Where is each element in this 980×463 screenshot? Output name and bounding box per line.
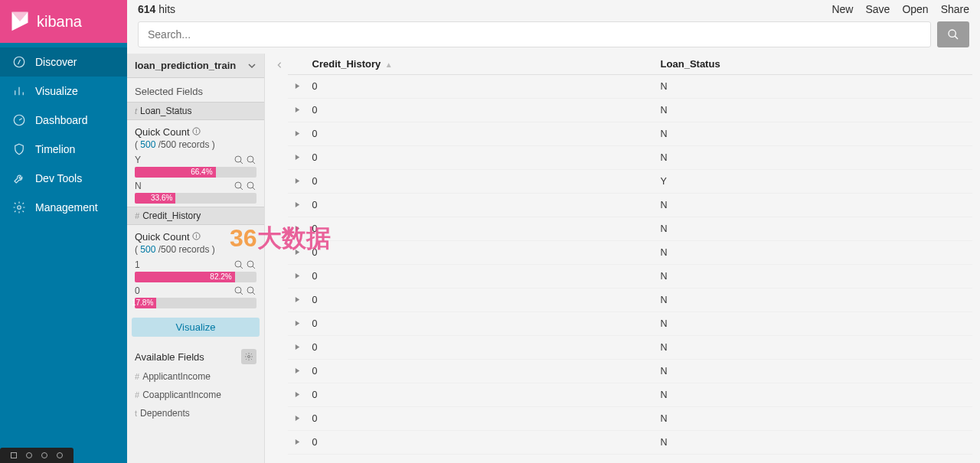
cell-credit-history: 0 bbox=[306, 217, 655, 241]
top-action-save[interactable]: Save bbox=[865, 3, 890, 15]
top-action-open[interactable]: Open bbox=[902, 3, 928, 15]
expand-row-button[interactable] bbox=[288, 383, 306, 407]
svg-marker-41 bbox=[295, 297, 299, 302]
available-field-coapplicantincome[interactable]: #CoapplicantIncome bbox=[127, 386, 264, 404]
top-action-share[interactable]: Share bbox=[941, 3, 969, 15]
nav-sidebar: kibana DiscoverVisualizeDashboardTimelio… bbox=[0, 0, 127, 463]
svg-line-14 bbox=[240, 161, 243, 164]
zoom-out-icon[interactable] bbox=[246, 181, 256, 191]
top-action-new[interactable]: New bbox=[831, 3, 853, 15]
available-field-applicantincome[interactable]: #ApplicantIncome bbox=[127, 367, 264, 386]
table-row: 0N bbox=[288, 75, 972, 99]
cell-loan-status: N bbox=[655, 383, 972, 407]
dock-circle-icon bbox=[26, 452, 32, 458]
dock-circle-icon bbox=[41, 452, 47, 458]
quick-count-subtitle: ( 500 /500 records ) bbox=[135, 244, 256, 255]
cell-loan-status: N bbox=[655, 241, 972, 265]
selected-field-credit_history[interactable]: #Credit_History bbox=[127, 207, 264, 225]
field-type-icon: t bbox=[135, 409, 137, 418]
cell-credit-history: 0 bbox=[306, 241, 655, 265]
svg-text:i: i bbox=[196, 128, 198, 135]
cell-credit-history: 0 bbox=[306, 383, 655, 407]
cell-loan-status: N bbox=[655, 194, 972, 217]
quick-count-title: Quick Count i bbox=[135, 126, 256, 138]
svg-point-9 bbox=[949, 30, 956, 37]
logo-mark-icon bbox=[9, 11, 31, 32]
svg-marker-42 bbox=[295, 321, 299, 326]
logo[interactable]: kibana bbox=[0, 0, 127, 43]
cell-credit-history: 0 bbox=[306, 360, 655, 383]
expand-row-button[interactable] bbox=[288, 194, 306, 217]
available-fields-settings-button[interactable] bbox=[241, 349, 256, 364]
available-field-dependents[interactable]: tDependents bbox=[127, 404, 264, 422]
cell-loan-status: N bbox=[655, 360, 972, 383]
quick-count-pct: 82.2% bbox=[210, 272, 231, 282]
fields-panel: loan_prediction_train Selected Fields tL… bbox=[127, 54, 265, 463]
quick-count-value-label: Y bbox=[135, 155, 141, 165]
cell-credit-history: 0 bbox=[306, 170, 655, 194]
expand-row-button[interactable] bbox=[288, 146, 306, 170]
nav-item-management[interactable]: Management bbox=[0, 193, 127, 222]
table-row: 0N bbox=[288, 99, 972, 122]
cell-loan-status: N bbox=[655, 75, 972, 99]
zoom-out-icon[interactable] bbox=[246, 285, 256, 296]
nav-item-discover[interactable]: Discover bbox=[0, 47, 127, 77]
zoom-in-icon[interactable] bbox=[234, 285, 244, 296]
svg-line-24 bbox=[240, 266, 243, 269]
quick-count-bar: 33.6% bbox=[135, 193, 256, 204]
expand-row-button[interactable] bbox=[288, 122, 306, 146]
nav-item-dev-tools[interactable]: Dev Tools bbox=[0, 164, 127, 193]
quick-count-value-label: 0 bbox=[135, 285, 140, 296]
svg-marker-44 bbox=[295, 368, 299, 373]
expand-row-button[interactable] bbox=[288, 217, 306, 241]
quick-count-block: Quick Count i( 500 /500 records )182.2%0… bbox=[127, 225, 264, 311]
expand-row-button[interactable] bbox=[288, 170, 306, 194]
nav-item-visualize[interactable]: Visualize bbox=[0, 77, 127, 106]
selected-fields-header: Selected Fields bbox=[127, 78, 264, 102]
quick-count-title: Quick Count i bbox=[135, 231, 256, 243]
expand-row-button[interactable] bbox=[288, 431, 306, 455]
logo-text: kibana bbox=[37, 13, 82, 31]
nav-item-label: Dev Tools bbox=[35, 172, 82, 184]
expand-row-button[interactable] bbox=[288, 265, 306, 289]
svg-point-25 bbox=[247, 261, 253, 267]
table-row: 0N bbox=[288, 407, 972, 431]
svg-line-28 bbox=[240, 292, 243, 295]
gear-icon bbox=[244, 352, 253, 361]
zoom-out-icon[interactable] bbox=[246, 155, 256, 165]
nav-item-dashboard[interactable]: Dashboard bbox=[0, 106, 127, 135]
cell-loan-status: N bbox=[655, 289, 972, 312]
table-row: 0Y bbox=[288, 170, 972, 194]
collapse-sidebar-button[interactable] bbox=[273, 58, 286, 72]
nav-item-timelion[interactable]: Timelion bbox=[0, 135, 127, 164]
cell-credit-history: 0 bbox=[306, 99, 655, 122]
expand-row-button[interactable] bbox=[288, 99, 306, 122]
svg-line-20 bbox=[253, 187, 255, 190]
column-header-loan_status[interactable]: Loan_Status bbox=[655, 54, 972, 75]
expand-row-button[interactable] bbox=[288, 336, 306, 360]
quick-count-pct: 17.8% bbox=[132, 298, 153, 308]
expand-row-button[interactable] bbox=[288, 360, 306, 383]
visualize-button[interactable]: Visualize bbox=[132, 318, 260, 337]
expand-row-button[interactable] bbox=[288, 289, 306, 312]
search-button[interactable] bbox=[937, 21, 969, 47]
cell-credit-history: 0 bbox=[306, 289, 655, 312]
zoom-in-icon[interactable] bbox=[234, 181, 244, 191]
table-row: 0N bbox=[288, 122, 972, 146]
wrench-icon bbox=[12, 171, 26, 185]
selected-field-loan_status[interactable]: tLoan_Status bbox=[127, 102, 264, 120]
expand-row-button[interactable] bbox=[288, 312, 306, 336]
quick-count-pct: 33.6% bbox=[151, 193, 172, 204]
search-input[interactable] bbox=[138, 21, 931, 47]
zoom-in-icon[interactable] bbox=[234, 259, 244, 270]
cell-loan-status: N bbox=[655, 431, 972, 455]
expand-row-button[interactable] bbox=[288, 407, 306, 431]
zoom-out-icon[interactable] bbox=[246, 259, 256, 270]
index-pattern-selector[interactable]: loan_prediction_train bbox=[127, 54, 264, 78]
info-icon: i bbox=[192, 232, 201, 240]
expand-row-button[interactable] bbox=[288, 75, 306, 99]
svg-marker-3 bbox=[18, 60, 21, 64]
column-header-credit_history[interactable]: Credit_History ▲ bbox=[306, 54, 655, 75]
expand-row-button[interactable] bbox=[288, 241, 306, 265]
zoom-in-icon[interactable] bbox=[234, 155, 244, 165]
